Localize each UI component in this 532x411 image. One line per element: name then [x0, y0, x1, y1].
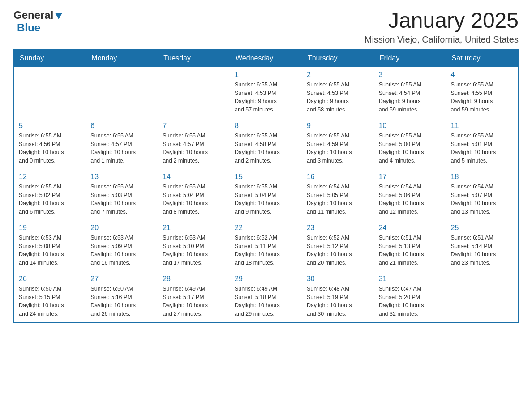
calendar-day-cell: 21Sunrise: 6:53 AM Sunset: 5:10 PM Dayli… [158, 220, 230, 271]
day-info: Sunrise: 6:54 AM Sunset: 5:06 PM Dayligh… [379, 183, 442, 216]
day-info: Sunrise: 6:50 AM Sunset: 5:16 PM Dayligh… [90, 285, 153, 318]
calendar-day-cell [86, 67, 158, 118]
calendar-day-cell: 13Sunrise: 6:55 AM Sunset: 5:03 PM Dayli… [86, 169, 158, 220]
day-info: Sunrise: 6:55 AM Sunset: 4:56 PM Dayligh… [19, 132, 81, 165]
calendar-day-cell: 4Sunrise: 6:55 AM Sunset: 4:55 PM Daylig… [446, 67, 518, 118]
day-info: Sunrise: 6:55 AM Sunset: 4:55 PM Dayligh… [451, 81, 513, 114]
day-info: Sunrise: 6:51 AM Sunset: 5:13 PM Dayligh… [379, 234, 442, 267]
calendar-day-cell: 8Sunrise: 6:55 AM Sunset: 4:58 PM Daylig… [230, 118, 302, 169]
calendar-day-cell: 24Sunrise: 6:51 AM Sunset: 5:13 PM Dayli… [374, 220, 446, 271]
calendar-table: SundayMondayTuesdayWednesdayThursdayFrid… [13, 49, 519, 323]
calendar-week-row: 12Sunrise: 6:55 AM Sunset: 5:02 PM Dayli… [14, 169, 518, 220]
calendar-day-cell: 2Sunrise: 6:55 AM Sunset: 4:53 PM Daylig… [302, 67, 374, 118]
day-number: 25 [451, 224, 513, 232]
calendar-day-cell: 26Sunrise: 6:50 AM Sunset: 5:15 PM Dayli… [14, 271, 86, 322]
calendar-day-cell [446, 271, 518, 322]
calendar-day-cell: 14Sunrise: 6:55 AM Sunset: 5:04 PM Dayli… [158, 169, 230, 220]
day-number: 13 [90, 173, 153, 181]
day-info: Sunrise: 6:49 AM Sunset: 5:18 PM Dayligh… [235, 285, 297, 318]
day-number: 22 [235, 224, 297, 232]
column-header-tuesday: Tuesday [158, 49, 230, 67]
column-header-friday: Friday [374, 49, 446, 67]
calendar-subtitle: Mission Viejo, California, United States [365, 34, 519, 45]
day-info: Sunrise: 6:53 AM Sunset: 5:09 PM Dayligh… [90, 234, 153, 267]
calendar-day-cell: 16Sunrise: 6:54 AM Sunset: 5:05 PM Dayli… [302, 169, 374, 220]
calendar-day-cell: 18Sunrise: 6:54 AM Sunset: 5:07 PM Dayli… [446, 169, 518, 220]
day-info: Sunrise: 6:47 AM Sunset: 5:20 PM Dayligh… [379, 285, 442, 318]
title-area: January 2025 Mission Viejo, California, … [365, 9, 519, 45]
calendar-day-cell: 31Sunrise: 6:47 AM Sunset: 5:20 PM Dayli… [374, 271, 446, 322]
calendar-day-cell: 25Sunrise: 6:51 AM Sunset: 5:14 PM Dayli… [446, 220, 518, 271]
day-number: 26 [19, 275, 81, 283]
svg-marker-0 [55, 13, 62, 19]
day-info: Sunrise: 6:53 AM Sunset: 5:10 PM Dayligh… [163, 234, 225, 267]
calendar-day-cell [158, 67, 230, 118]
calendar-day-cell: 7Sunrise: 6:55 AM Sunset: 4:57 PM Daylig… [158, 118, 230, 169]
day-info: Sunrise: 6:55 AM Sunset: 5:04 PM Dayligh… [163, 183, 225, 216]
calendar-day-cell: 29Sunrise: 6:49 AM Sunset: 5:18 PM Dayli… [230, 271, 302, 322]
day-number: 10 [379, 122, 442, 130]
calendar-day-cell [14, 67, 86, 118]
day-number: 12 [19, 173, 81, 181]
day-number: 3 [379, 71, 442, 79]
column-header-monday: Monday [86, 49, 158, 67]
day-number: 19 [19, 224, 81, 232]
day-number: 1 [235, 71, 297, 79]
logo-triangle-icon [54, 11, 63, 20]
day-info: Sunrise: 6:55 AM Sunset: 5:03 PM Dayligh… [90, 183, 153, 216]
day-number: 15 [235, 173, 297, 181]
calendar-week-row: 1Sunrise: 6:55 AM Sunset: 4:53 PM Daylig… [14, 67, 518, 118]
calendar-day-cell: 23Sunrise: 6:52 AM Sunset: 5:12 PM Dayli… [302, 220, 374, 271]
logo-general-text: General [13, 9, 53, 21]
calendar-day-cell: 15Sunrise: 6:55 AM Sunset: 5:04 PM Dayli… [230, 169, 302, 220]
logo-blue-text: Blue [17, 21, 40, 34]
day-number: 29 [235, 275, 297, 283]
day-info: Sunrise: 6:55 AM Sunset: 5:04 PM Dayligh… [235, 183, 297, 216]
day-number: 27 [90, 275, 153, 283]
calendar-week-row: 5Sunrise: 6:55 AM Sunset: 4:56 PM Daylig… [14, 118, 518, 169]
day-number: 31 [379, 275, 442, 283]
calendar-day-cell: 6Sunrise: 6:55 AM Sunset: 4:57 PM Daylig… [86, 118, 158, 169]
page-header: General Blue January 2025 Mission Viejo,… [13, 9, 519, 45]
day-info: Sunrise: 6:48 AM Sunset: 5:19 PM Dayligh… [307, 285, 369, 318]
day-number: 30 [307, 275, 369, 283]
day-number: 28 [163, 275, 225, 283]
day-info: Sunrise: 6:52 AM Sunset: 5:11 PM Dayligh… [235, 234, 297, 267]
calendar-day-cell: 9Sunrise: 6:55 AM Sunset: 4:59 PM Daylig… [302, 118, 374, 169]
day-info: Sunrise: 6:53 AM Sunset: 5:08 PM Dayligh… [19, 234, 81, 267]
day-number: 20 [90, 224, 153, 232]
calendar-day-cell: 5Sunrise: 6:55 AM Sunset: 4:56 PM Daylig… [14, 118, 86, 169]
calendar-week-row: 19Sunrise: 6:53 AM Sunset: 5:08 PM Dayli… [14, 220, 518, 271]
day-number: 9 [307, 122, 369, 130]
calendar-day-cell: 28Sunrise: 6:49 AM Sunset: 5:17 PM Dayli… [158, 271, 230, 322]
calendar-week-row: 26Sunrise: 6:50 AM Sunset: 5:15 PM Dayli… [14, 271, 518, 322]
day-number: 18 [451, 173, 513, 181]
day-info: Sunrise: 6:55 AM Sunset: 4:58 PM Dayligh… [235, 132, 297, 165]
day-info: Sunrise: 6:55 AM Sunset: 4:59 PM Dayligh… [307, 132, 369, 165]
column-header-saturday: Saturday [446, 49, 518, 67]
day-info: Sunrise: 6:52 AM Sunset: 5:12 PM Dayligh… [307, 234, 369, 267]
day-info: Sunrise: 6:55 AM Sunset: 5:01 PM Dayligh… [451, 132, 513, 165]
day-info: Sunrise: 6:55 AM Sunset: 5:00 PM Dayligh… [379, 132, 442, 165]
day-number: 4 [451, 71, 513, 79]
day-info: Sunrise: 6:55 AM Sunset: 4:57 PM Dayligh… [163, 132, 225, 165]
calendar-day-cell: 1Sunrise: 6:55 AM Sunset: 4:53 PM Daylig… [230, 67, 302, 118]
day-info: Sunrise: 6:55 AM Sunset: 4:54 PM Dayligh… [379, 81, 442, 114]
calendar-day-cell: 3Sunrise: 6:55 AM Sunset: 4:54 PM Daylig… [374, 67, 446, 118]
column-header-wednesday: Wednesday [230, 49, 302, 67]
day-info: Sunrise: 6:55 AM Sunset: 4:53 PM Dayligh… [307, 81, 369, 114]
day-number: 23 [307, 224, 369, 232]
day-info: Sunrise: 6:51 AM Sunset: 5:14 PM Dayligh… [451, 234, 513, 267]
day-number: 7 [163, 122, 225, 130]
calendar-day-cell: 11Sunrise: 6:55 AM Sunset: 5:01 PM Dayli… [446, 118, 518, 169]
column-header-thursday: Thursday [302, 49, 374, 67]
day-number: 21 [163, 224, 225, 232]
day-info: Sunrise: 6:55 AM Sunset: 4:53 PM Dayligh… [235, 81, 297, 114]
calendar-day-cell: 30Sunrise: 6:48 AM Sunset: 5:19 PM Dayli… [302, 271, 374, 322]
day-info: Sunrise: 6:54 AM Sunset: 5:07 PM Dayligh… [451, 183, 513, 216]
day-info: Sunrise: 6:55 AM Sunset: 5:02 PM Dayligh… [19, 183, 81, 216]
calendar-day-cell: 17Sunrise: 6:54 AM Sunset: 5:06 PM Dayli… [374, 169, 446, 220]
day-number: 6 [90, 122, 153, 130]
day-number: 8 [235, 122, 297, 130]
logo: General Blue [13, 9, 63, 34]
